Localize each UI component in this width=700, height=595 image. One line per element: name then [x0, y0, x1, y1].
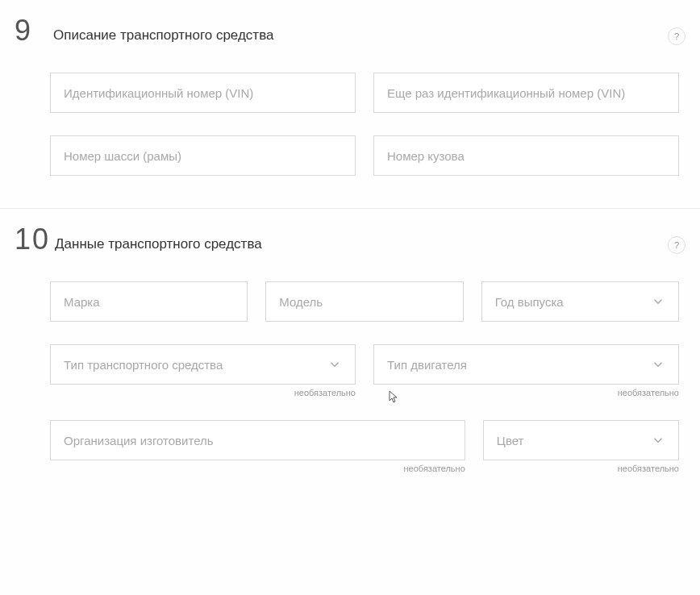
section-9-header: 9 Описание транспортного средства ? — [15, 16, 685, 45]
section-9-number: 9 — [15, 16, 48, 45]
engine-type-select[interactable]: Тип двигателя — [373, 344, 679, 385]
make-input[interactable]: Марка — [50, 281, 248, 322]
section-10-title: Данные транспортного средства — [55, 236, 668, 252]
manufacturer-placeholder: Организация изготовитель — [64, 434, 452, 447]
section-10-number: 10 — [15, 225, 50, 254]
chassis-input[interactable]: Номер шасси (рамы) — [50, 135, 356, 176]
manufacturer-hint: необязательно — [50, 464, 465, 473]
vin-input[interactable]: Идентификационный номер (VIN) — [50, 73, 356, 113]
year-select[interactable]: Год выпуска — [481, 281, 679, 322]
vin-confirm-input[interactable]: Еще раз идентификационный номер (VIN) — [373, 73, 679, 113]
section-9-title: Описание транспортного средства — [53, 27, 668, 44]
body-number-input[interactable]: Номер кузова — [373, 135, 679, 176]
model-placeholder: Модель — [279, 295, 449, 309]
color-select[interactable]: Цвет — [483, 420, 679, 460]
engine-type-hint: необязательно — [373, 388, 679, 397]
year-placeholder: Год выпуска — [495, 295, 644, 309]
vehicle-type-hint: необязательно — [50, 388, 356, 397]
vehicle-type-placeholder: Тип транспортного средства — [64, 358, 321, 372]
chevron-down-icon — [651, 357, 665, 372]
help-button[interactable]: ? — [668, 236, 685, 254]
engine-type-placeholder: Тип двигателя — [387, 358, 644, 372]
chevron-down-icon — [651, 433, 665, 447]
help-button[interactable]: ? — [668, 27, 685, 45]
color-hint: необязательно — [483, 464, 679, 473]
section-10-header: 10 Данные транспортного средства ? — [15, 225, 685, 254]
body-number-placeholder: Номер кузова — [387, 149, 665, 163]
chassis-placeholder: Номер шасси (рамы) — [64, 149, 342, 163]
chevron-down-icon — [651, 294, 665, 309]
vehicle-type-select[interactable]: Тип транспортного средства — [50, 344, 356, 385]
chevron-down-icon — [327, 357, 342, 372]
vin-placeholder: Идентификационный номер (VIN) — [64, 86, 342, 100]
section-10: 10 Данные транспортного средства ? Марка… — [0, 209, 700, 506]
model-input[interactable]: Модель — [265, 281, 463, 322]
manufacturer-input[interactable]: Организация изготовитель — [50, 420, 465, 460]
section-10-fields: Марка Модель Год выпуска Тип — [15, 281, 685, 473]
color-placeholder: Цвет — [497, 434, 644, 447]
section-9: 9 Описание транспортного средства ? Иден… — [0, 0, 700, 208]
section-9-fields: Идентификационный номер (VIN) Еще раз ид… — [15, 73, 685, 176]
make-placeholder: Марка — [64, 295, 234, 309]
vin-confirm-placeholder: Еще раз идентификационный номер (VIN) — [387, 86, 665, 100]
